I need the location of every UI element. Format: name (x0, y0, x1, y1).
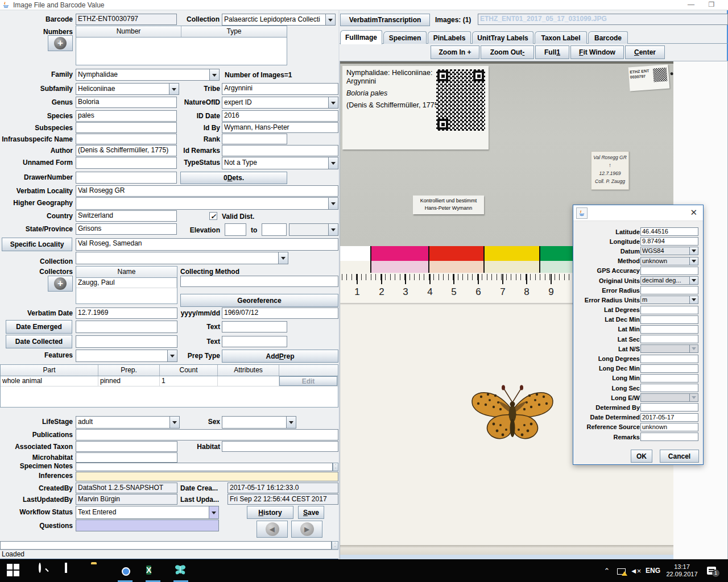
tab-unittray-labels[interactable]: UnitTray Labels (472, 31, 533, 44)
specific-locality-field[interactable]: Val Roseg, Samedan (76, 238, 338, 251)
long-sec-field[interactable] (640, 384, 698, 392)
lat-sec-field[interactable] (640, 335, 698, 343)
long-degrees-field[interactable] (640, 355, 698, 363)
cancel-button[interactable]: Cancel (660, 450, 699, 463)
collection2-select[interactable] (76, 252, 288, 264)
collecting-method-field[interactable] (180, 276, 338, 287)
history-button[interactable]: History (247, 506, 293, 519)
original-units-select[interactable]: decimal deg... (640, 276, 698, 285)
idby-field[interactable]: Wymann, Hans-Peter (222, 122, 338, 133)
sex-select[interactable] (222, 416, 296, 429)
parts-row[interactable]: whole animal pinned 1 Edit (1, 376, 338, 386)
verbatim-locality-field[interactable]: Val Rosegg GR (76, 185, 338, 197)
publications-field[interactable] (76, 429, 338, 440)
date-collected-text-field[interactable] (222, 336, 287, 347)
full-size-button[interactable]: Full 1 (535, 45, 569, 59)
error-radius-field[interactable] (640, 286, 698, 294)
species-field[interactable]: pales (76, 110, 177, 122)
genus-field[interactable]: Boloria (76, 97, 177, 108)
add-number-button[interactable]: + (48, 35, 73, 51)
dialog-titlebar[interactable]: ✕ (573, 205, 703, 221)
georeference-button[interactable]: Georeference (180, 294, 338, 307)
reference-source-field[interactable]: unknown (640, 423, 698, 431)
expand-notes-button[interactable]: ·· (333, 463, 338, 471)
dets-button[interactable]: 0 Dets. (180, 172, 287, 184)
drawernumber-field[interactable] (76, 172, 177, 184)
add-prep-button[interactable]: Add Prep (222, 350, 338, 363)
microhabitat-field[interactable] (76, 452, 177, 463)
features-select[interactable] (76, 350, 177, 362)
tab-pinlabels[interactable]: PinLabels (428, 31, 471, 44)
valid-dist-checkbox[interactable] (209, 212, 217, 220)
createdby-field[interactable]: DataShot 1.2.5-SNAPSHOT (76, 483, 177, 493)
barcode-field[interactable]: ETHZ-ENT0030797 (76, 14, 177, 25)
numbers-table[interactable]: Number Type (76, 26, 287, 65)
task-view-button[interactable] (63, 564, 76, 577)
chrome-button[interactable] (118, 564, 132, 577)
remarks-field[interactable] (640, 433, 698, 441)
network-button[interactable] (614, 559, 628, 582)
collection-select[interactable]: Palaearctic Lepidoptera Collecti (222, 14, 336, 26)
verbatim-date-field[interactable]: 12.7.1969 (76, 307, 177, 319)
attributes-cell[interactable] (218, 376, 279, 386)
next-record-button[interactable]: ▶ (291, 521, 322, 538)
file-explorer-button[interactable] (91, 564, 105, 577)
image-filename-field[interactable]: ETHZ_ENT01_2017_05_17_031099.JPG (478, 14, 728, 25)
date-created-field[interactable]: 2017-05-17 16:12:33.0 (228, 483, 338, 493)
unnamed-form-field[interactable] (76, 157, 177, 169)
typestatus-select[interactable]: Not a Type (222, 157, 338, 169)
specific-locality-button[interactable]: Specific Locality (2, 238, 72, 251)
long-min-field[interactable] (640, 374, 698, 383)
inferences-field[interactable] (76, 472, 338, 481)
tab-barcode[interactable]: Barcode (588, 31, 628, 44)
specimen-notes-field[interactable] (76, 463, 333, 471)
elevation-units-select[interactable] (289, 223, 338, 236)
method-select[interactable]: unknown (640, 257, 698, 265)
author-field[interactable]: (Denis & Schiffermüller, 1775) (76, 145, 177, 156)
notification-button[interactable]: 1 (704, 559, 719, 582)
country-field[interactable]: Switzerland (76, 210, 177, 222)
longitude-field[interactable]: 9.87494 (640, 237, 698, 246)
language-button[interactable]: ENG (643, 559, 663, 582)
clock[interactable]: 13:1722.09.2017 (664, 559, 700, 582)
gps-accuracy-field[interactable] (640, 267, 698, 275)
minimize-button[interactable]: — (682, 0, 700, 9)
date-collected-button[interactable]: Date Collected (6, 335, 72, 348)
lat-degrees-field[interactable] (640, 306, 698, 314)
part-cell[interactable]: whole animal (1, 376, 98, 386)
prep-cell[interactable]: pinned (98, 376, 160, 386)
long-ew-select[interactable] (640, 393, 698, 402)
zoom-in-button[interactable]: Zoom In + (431, 45, 479, 59)
idremarks-field[interactable] (222, 145, 338, 156)
tab-specimen[interactable]: Specimen (383, 31, 427, 44)
state-province-field[interactable]: Grisons (76, 223, 177, 235)
natureofid-select[interactable]: expert ID (222, 97, 338, 109)
long-dec-min-field[interactable] (640, 364, 698, 373)
date-determined-field[interactable]: 2017-05-17 (640, 413, 698, 422)
date-emerged-field[interactable] (76, 321, 177, 333)
lat-ns-select[interactable] (640, 344, 698, 353)
start-button[interactable] (7, 564, 20, 577)
previous-record-button[interactable]: ◀ (257, 521, 288, 538)
collector-cell[interactable]: Zaugg, Paul (76, 278, 177, 288)
infrasubspecific-name-field[interactable] (76, 134, 177, 144)
tribe-field[interactable]: Argynnini (222, 83, 338, 95)
questions-field[interactable] (76, 519, 219, 531)
error-radius-units-select[interactable]: m (640, 296, 698, 304)
verbatim-transcription-button[interactable]: VerbatimTranscription (340, 14, 430, 26)
ok-button[interactable]: OK (631, 450, 652, 463)
excel-button[interactable]: X (146, 564, 160, 577)
tab-taxon-label[interactable]: Taxon Label (535, 31, 587, 44)
parts-table[interactable]: Part Prep. Count Attributes whole animal… (0, 364, 338, 408)
close-icon[interactable]: ✕ (690, 207, 697, 218)
subspecies-field[interactable] (76, 122, 177, 133)
higher-geography-select[interactable] (76, 197, 338, 210)
last-updated-field[interactable]: Fri Sep 22 12:56:44 CEST 2017 (228, 494, 338, 505)
fit-window-button[interactable]: Fit Window (570, 45, 624, 59)
rank-field[interactable] (222, 134, 287, 144)
zoom-out-button[interactable]: Zoom Out - (481, 45, 534, 59)
lifestage-select[interactable]: adult (76, 416, 180, 429)
elevation-from-field[interactable] (225, 223, 246, 236)
count-cell[interactable]: 1 (160, 376, 218, 386)
elevation-to-field[interactable] (262, 223, 287, 236)
